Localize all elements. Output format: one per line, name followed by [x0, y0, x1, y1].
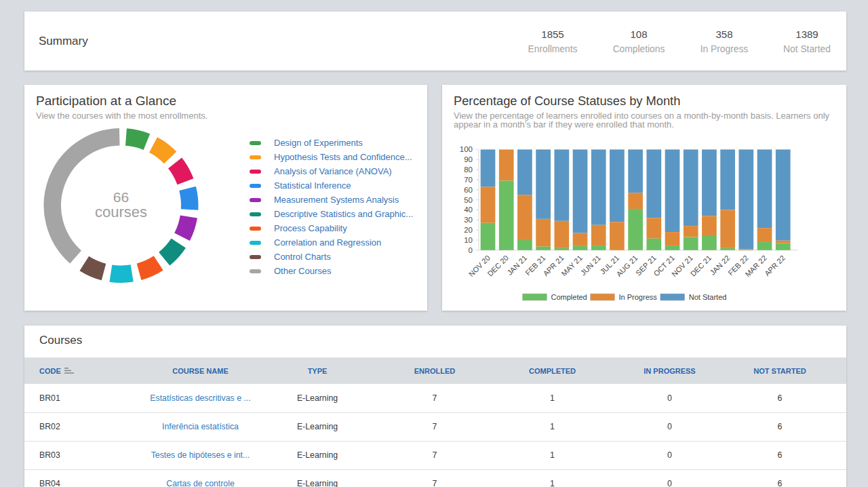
svg-text:66: 66	[113, 189, 129, 205]
svg-text:30: 30	[464, 216, 473, 224]
svg-text:90: 90	[464, 155, 473, 163]
svg-text:10: 10	[464, 236, 473, 244]
svg-text:Completed: Completed	[551, 293, 587, 301]
svg-text:100: 100	[460, 145, 473, 153]
svg-text:APR 22: APR 22	[763, 253, 787, 277]
svg-text:70: 70	[464, 175, 473, 183]
svg-text:In Progress: In Progress	[619, 293, 658, 301]
svg-text:20: 20	[464, 226, 473, 234]
svg-text:0: 0	[469, 246, 473, 254]
svg-text:courses: courses	[95, 203, 147, 220]
svg-text:JUN 21: JUN 21	[579, 253, 602, 276]
svg-text:50: 50	[464, 195, 473, 203]
svg-text:60: 60	[464, 185, 473, 193]
svg-text:40: 40	[464, 206, 473, 214]
svg-text:MAY 21: MAY 21	[559, 253, 583, 277]
svg-text:80: 80	[464, 165, 473, 174]
svg-text:Not Started: Not Started	[689, 293, 727, 301]
